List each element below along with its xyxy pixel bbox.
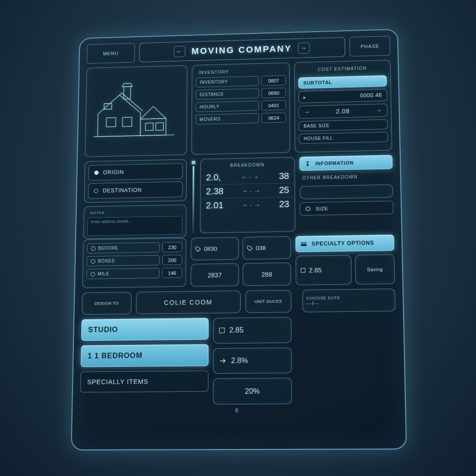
prev-arrow-button[interactable]: ← (174, 46, 185, 57)
calc-row: 2.01 ← · → 23 (202, 197, 293, 212)
size-icon (305, 206, 311, 212)
metric-value: 0624 (262, 112, 286, 123)
checkbox-icon[interactable] (301, 268, 305, 273)
svg-rect-9 (301, 243, 306, 244)
stat-value: 038 (256, 245, 265, 251)
calc-right: 25 (279, 185, 289, 195)
square-icon (219, 328, 225, 333)
origin-option[interactable]: Origin (88, 163, 183, 181)
summary-row: Before 230 (87, 242, 182, 253)
menu-chip[interactable]: Menu (86, 43, 135, 64)
mid-value-cell[interactable]: 20% (213, 378, 292, 404)
locations-column: Origin Destination Notes Enter address d… (83, 159, 187, 235)
house-icon (89, 69, 184, 153)
tag-icon (247, 245, 253, 251)
home-size-label: 1 1 Bedroom (87, 351, 142, 360)
scroll-indicator[interactable] (191, 159, 196, 233)
breakdown-title: Other Breakdown (299, 172, 393, 183)
colie-coom-label: Colie Coom (164, 298, 212, 306)
stat-cell[interactable]: 2837 (191, 263, 239, 286)
home-size-option-studio[interactable]: Studio (81, 318, 209, 341)
page-number: 6 (80, 406, 398, 415)
stat-grid: 0830 038 2837 288 (191, 236, 291, 287)
mid-value: 2.85 (229, 326, 244, 335)
cost-estimation-panel: Cost Estimation Subtotal ▸ 0000.46 → 2.0… (294, 60, 392, 153)
svg-rect-8 (301, 242, 306, 246)
svg-point-7 (306, 207, 310, 211)
svg-rect-5 (307, 161, 308, 163)
arrow-divider-icon: ← · → (242, 187, 260, 195)
svg-rect-1 (106, 118, 116, 127)
metrics-panel: Inventory Inventory 0807 Distance 0890 H… (192, 62, 291, 155)
colie-coom-cell[interactable]: Colie Coom (136, 291, 241, 314)
information-button[interactable]: Information (299, 155, 393, 171)
base-size-row: Base Size (298, 119, 388, 132)
radio-dot-icon (94, 171, 99, 175)
specialty-options-button[interactable]: Specialty Options (296, 235, 395, 252)
metric-row: Hourly 0491 (196, 100, 286, 112)
rate-row[interactable]: → 2.08 → (298, 104, 387, 119)
home-size-option-specialty[interactable]: Specially Items (80, 370, 208, 392)
svg-rect-2 (122, 117, 132, 126)
stat-cell[interactable]: 038 (243, 236, 291, 259)
metric-value: 0890 (262, 88, 286, 98)
summary-row: Mile 146 (86, 268, 182, 279)
mid-value-cell[interactable]: 2.85 (213, 317, 292, 344)
cost-title: Cost Estimation (298, 64, 386, 75)
svg-rect-3 (145, 123, 153, 130)
saving-cell: Saving (355, 254, 395, 284)
design-to-label: Design To (94, 301, 119, 305)
stat-cell[interactable]: 288 (243, 263, 291, 286)
unit-cell[interactable]: Unit Duces (245, 290, 291, 313)
stat-value: 0830 (204, 245, 217, 252)
specialty-label: Specialty Options (311, 240, 374, 247)
mid-value: 20% (245, 387, 260, 396)
calc-right: 38 (279, 171, 289, 181)
subtotal-button[interactable]: Subtotal (298, 75, 387, 89)
design-to-cell[interactable]: Design To (82, 292, 132, 315)
mid-value-cell[interactable]: 2.8% (213, 347, 291, 374)
next-arrow-button[interactable]: → (298, 42, 310, 53)
svg-rect-6 (307, 164, 308, 166)
stat-cell[interactable]: 0830 (191, 237, 239, 260)
tag-icon (195, 246, 201, 252)
home-size-label: Specially Items (87, 378, 148, 386)
summary-value: 200 (162, 255, 182, 265)
size-label: Size (316, 206, 328, 212)
stat-value: 2837 (208, 271, 222, 279)
specialty-column: Specialty Options 2.85 Saving (296, 235, 395, 285)
notes-textarea[interactable]: Enter address details... (87, 216, 183, 236)
origin-label: Origin (103, 169, 124, 176)
date-picker-cell[interactable]: Choose Date --/-- (302, 289, 396, 312)
calc-right: 23 (279, 199, 289, 209)
metric-row: Inventory 0807 (196, 75, 286, 87)
calc-row: 2.38 ← · → 25 (202, 183, 293, 199)
info-icon (304, 160, 311, 166)
arrow-right-icon (219, 357, 226, 364)
arrow-divider-icon: ← · → (241, 173, 259, 180)
metric-value: 0807 (262, 75, 286, 86)
total-value: 0000.46 (360, 92, 382, 99)
mid-value: 2.8% (231, 357, 248, 365)
summary-row: Boxes 200 (86, 255, 182, 266)
summary-list-panel: Before 230 Boxes 200 Mile 146 (82, 238, 186, 288)
top-bar: Menu ← Moving Company → Phase (86, 36, 390, 64)
house-illustration-panel (85, 65, 187, 157)
home-size-option-1bed[interactable]: 1 1 Bedroom (81, 344, 209, 367)
cost-right-column: Information Other Breakdown Size (299, 155, 394, 231)
svg-rect-4 (156, 123, 164, 130)
total-value-row: ▸ 0000.46 (298, 89, 387, 103)
summary-label: Boxes (86, 255, 159, 266)
bullet-icon (91, 272, 95, 277)
phase-chip[interactable]: Phase (350, 36, 390, 56)
destination-option[interactable]: Destination (88, 181, 183, 199)
calc-left: 2.0, (206, 172, 221, 183)
size-button[interactable]: Size (300, 201, 394, 216)
summary-label: Mile (86, 268, 159, 279)
mid-value-stack: 2.85 2.8% 20% (213, 317, 292, 404)
calc-left: 2.01 (206, 200, 224, 211)
summary-value: 146 (162, 268, 182, 278)
stat-value: 288 (261, 271, 272, 278)
metric-label: Hourly (196, 101, 259, 112)
extra-value-cell: 2.85 (296, 255, 352, 285)
